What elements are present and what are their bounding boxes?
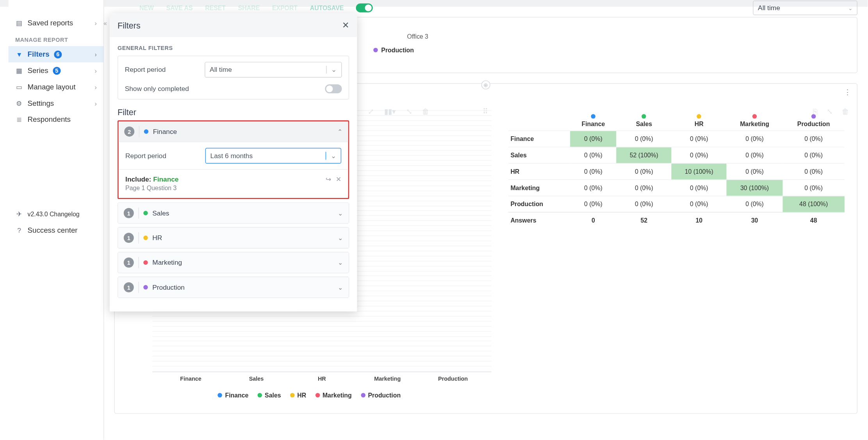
include-subline: Page 1 Question 3 (125, 184, 341, 191)
label: Filters (28, 50, 50, 59)
rocket-icon: ✈ (15, 210, 23, 218)
tool-icon[interactable]: ⤢ (368, 107, 374, 116)
x-label: Sales (230, 376, 282, 382)
delete-icon[interactable]: 🗑 (422, 107, 430, 116)
label: Manage layout (28, 83, 76, 91)
show-completed-label: Show only completed (125, 85, 318, 93)
sidebar-item-filters[interactable]: ▾ Filters 6 › (9, 46, 103, 62)
report-period-label: Report period (125, 152, 198, 160)
col-header: Sales (617, 111, 672, 131)
dot-icon (144, 129, 149, 134)
card-menu-button[interactable]: ⋮ (844, 88, 851, 97)
table-row: Production0 (0%)0 (0%)0 (0%)0 (0%)48 (10… (508, 196, 845, 212)
legend-item: Marketing (315, 392, 352, 399)
x-label: Marketing (361, 376, 414, 382)
help-icon: ? (15, 226, 23, 234)
legend-item: Production (381, 47, 414, 53)
label: Respondents (28, 115, 71, 124)
x-label: Finance (164, 376, 217, 382)
sidebar-item-changelog[interactable]: ✈ v2.43.0 Changelog (9, 206, 103, 222)
chevron-down-icon: ⌄ (848, 5, 853, 11)
filter-heading: Filter (118, 107, 349, 117)
legend-item: Finance (218, 392, 249, 399)
filter-item-production[interactable]: 1 Production ⌄ (118, 277, 348, 297)
reset-button[interactable]: RESET (205, 5, 226, 11)
sidebar: ▤ Saved reports › MANAGE REPORT ▾ Filter… (9, 0, 104, 440)
autosave-label: AUTOSAVE (310, 5, 344, 11)
time-value: All time (758, 4, 780, 12)
document-icon: ▤ (15, 19, 23, 27)
chevron-down-icon: ⌄ (326, 66, 337, 73)
layout-icon: ▭ (15, 83, 23, 91)
autosave-toggle[interactable] (356, 4, 373, 12)
share-icon[interactable]: ↪ (326, 175, 331, 183)
filter-item-finance[interactable]: 2 Finance ⌃ (119, 121, 348, 142)
gear-icon: ⚙ (15, 99, 23, 107)
table-row: Marketing0 (0%)0 (0%)0 (0%)30 (100%)0 (0… (508, 180, 845, 196)
sidebar-item-settings[interactable]: ⚙ Settings › (9, 95, 103, 111)
label: Saved reports (28, 19, 73, 27)
sidebar-item-manage-layout[interactable]: ▭ Manage layout › (9, 79, 103, 95)
report-period-label: Report period (125, 66, 198, 73)
new-button[interactable]: NEW (139, 5, 154, 11)
col-header: Marketing (727, 111, 783, 131)
label: v2.43.0 Changelog (28, 211, 80, 217)
add-section-button[interactable]: ⊕ (481, 80, 490, 89)
report-period-select[interactable]: All time ⌄ (205, 62, 342, 77)
x-label: HR (296, 376, 348, 382)
chevron-right-icon: › (94, 67, 96, 74)
x-label: Production (427, 376, 479, 382)
chevron-down-icon: ⌄ (338, 209, 343, 217)
chevron-down-icon: ⌄ (338, 283, 343, 291)
answers-row: Answers052103048 (508, 212, 845, 228)
table-row: HR0 (0%)0 (0%)10 (100%)0 (0%)0 (0%) (508, 163, 845, 180)
filter-icon: ▾ (15, 50, 23, 58)
filter-item-hr[interactable]: 1 HR ⌄ (118, 228, 348, 248)
sidebar-item-saved-reports[interactable]: ▤ Saved reports › (9, 14, 103, 31)
chart-type-icon[interactable]: ▮▮▾ (384, 107, 396, 116)
dot-icon (143, 285, 148, 290)
finance-period-select[interactable]: Last 6 months ⌄ (205, 148, 341, 164)
remove-icon[interactable]: ✕ (336, 175, 341, 183)
legend-item: HR (290, 392, 307, 399)
export-button[interactable]: EXPORT (272, 5, 298, 11)
chevron-right-icon: › (94, 100, 96, 107)
filter-item-sales[interactable]: 1 Sales ⌄ (118, 203, 348, 223)
chevron-right-icon: › (94, 20, 96, 26)
legend-item: Production (361, 392, 401, 399)
filter-item-marketing[interactable]: 1 Marketing ⌄ (118, 253, 348, 273)
sidebar-item-success-center[interactable]: ? Success center (9, 222, 103, 239)
label: Success center (28, 226, 78, 235)
chevron-up-icon: ⌃ (337, 128, 342, 135)
general-filters-heading: GENERAL FILTERS (118, 45, 349, 51)
label: Series (28, 66, 48, 75)
expand-icon[interactable]: ⤡ (827, 107, 833, 116)
copy-icon[interactable]: ⎘ (813, 107, 818, 116)
sidebar-item-series[interactable]: ▦ Series 5 › (9, 62, 103, 79)
panel-title: Filters (118, 21, 141, 30)
chevron-right-icon: › (94, 51, 96, 57)
dot-icon (143, 260, 148, 265)
expand-icon[interactable]: ⤡ (406, 107, 412, 116)
sidebar-heading: MANAGE REPORT (9, 31, 103, 46)
chevron-down-icon: ⌄ (326, 152, 336, 160)
table-row: Finance0 (0%)0 (0%)0 (0%)0 (0%)0 (0%) (508, 131, 845, 147)
chevron-down-icon: ⌄ (338, 259, 343, 266)
save-as-button[interactable]: SAVE AS (166, 5, 193, 11)
filters-count-badge: 6 (54, 50, 62, 58)
office-label: Office 3 (407, 33, 428, 40)
series-count-badge: 5 (53, 67, 61, 75)
col-header: Finance (570, 111, 617, 131)
col-header: HR (672, 111, 727, 131)
matrix-table: FinanceSalesHRMarketingProductionFinance… (508, 111, 845, 228)
dot-icon (373, 48, 378, 52)
close-icon[interactable]: ✕ (342, 20, 349, 30)
ribbon: NEW SAVE AS RESET SHARE EXPORT AUTOSAVE … (114, 0, 857, 12)
delete-icon[interactable]: 🗑 (842, 107, 849, 116)
include-rule: Include: Finance (125, 175, 341, 183)
sidebar-item-respondents[interactable]: ≣ Respondents (9, 111, 103, 128)
chevron-right-icon: › (94, 84, 96, 90)
show-completed-toggle[interactable] (325, 84, 342, 93)
share-button[interactable]: SHARE (238, 5, 260, 11)
table-row: Sales0 (0%)52 (100%)0 (0%)0 (0%)0 (0%) (508, 147, 845, 164)
